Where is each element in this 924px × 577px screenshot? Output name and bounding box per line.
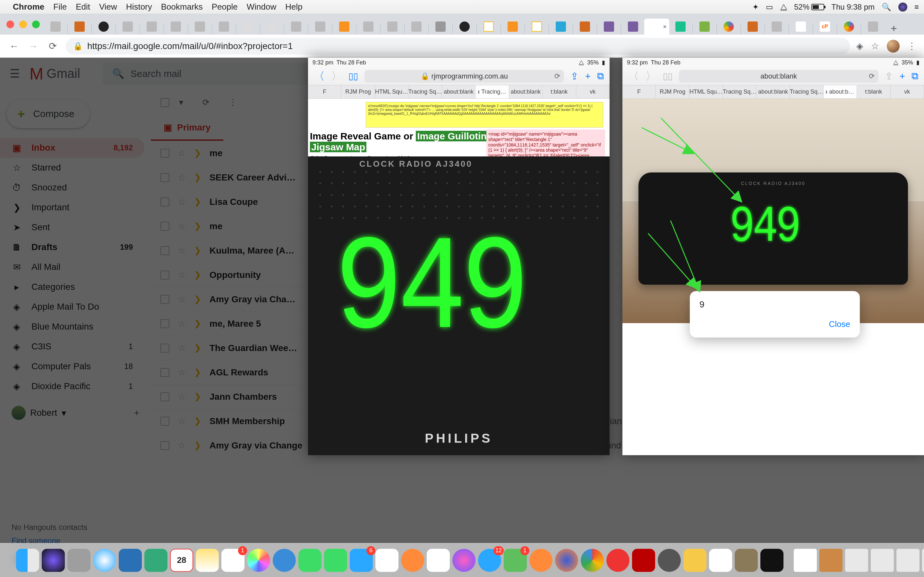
star-icon[interactable]: ☆ [178,172,186,183]
zoom-window-button[interactable] [32,21,40,28]
safari-tab[interactable]: Tracing Sq… [790,85,823,98]
bookmark-star-icon[interactable]: ☆ [871,41,879,51]
safari-tab[interactable]: about:blank [756,85,790,98]
row-checkbox[interactable] [160,441,170,450]
chrome-tab[interactable] [622,19,644,35]
important-icon[interactable]: ❯ [194,367,201,377]
dock-notes[interactable] [196,549,219,572]
safari-back-icon[interactable]: 〈 [314,69,325,84]
select-all-checkbox[interactable] [160,98,170,107]
dock-messages[interactable] [298,549,321,572]
star-icon[interactable]: ☆ [178,440,186,451]
tab-primary[interactable]: ▣ Primary [151,115,223,141]
menu-view[interactable]: View [99,2,117,12]
chrome-tab[interactable] [838,19,859,35]
chrome-tab[interactable] [165,19,186,35]
sidebar-item-drafts[interactable]: 🗎Drafts199 [0,237,144,257]
row-checkbox[interactable] [160,222,170,231]
dock-xcode[interactable] [119,549,142,572]
select-dropdown-icon[interactable]: ▾ [179,97,183,107]
spotlight-icon[interactable]: 🔍 [882,3,891,11]
minimize-window-button[interactable] [19,21,27,28]
dock-finder[interactable] [16,549,39,572]
safari-tab[interactable]: about:blank [442,85,475,98]
close-window-button[interactable] [6,21,14,28]
dock-preview[interactable] [144,549,168,572]
menu-people[interactable]: People [212,2,238,12]
more-icon[interactable]: ⋮ [229,97,237,107]
dock-doc[interactable] [845,549,868,572]
menubar-extra-icon[interactable]: ✦ [752,3,759,11]
safari-bookmarks-icon[interactable]: ▯▯ [663,71,672,81]
chrome-tab[interactable] [863,19,884,35]
chrome-tab[interactable] [502,19,523,35]
important-icon[interactable]: ❯ [194,416,201,426]
menu-help[interactable]: Help [285,2,302,12]
important-icon[interactable]: ❯ [194,392,201,402]
safari-tab[interactable]: about:b… [824,85,857,98]
important-icon[interactable]: ❯ [194,343,201,353]
dock-itunes[interactable] [452,549,475,572]
compose-button[interactable]: + Compose [6,99,90,128]
hangouts-self[interactable]: Robert ▾ + [0,400,151,426]
menu-window[interactable]: Window [247,2,276,12]
row-checkbox[interactable] [160,149,170,158]
safari-back-icon[interactable]: 〈 [628,69,639,84]
row-checkbox[interactable] [160,392,170,401]
chrome-tab[interactable] [718,19,739,35]
safari-tab[interactable]: F [622,85,656,98]
chrome-tab[interactable] [69,19,90,35]
dock-appstore[interactable]: 12 [478,549,501,572]
address-bar[interactable]: 🔒 https://mail.google.com/mail/u/0/#inbo… [65,38,850,55]
chrome-tab[interactable] [478,19,499,35]
chrome-menu-icon[interactable]: ⋮ [907,41,916,51]
important-icon[interactable]: ❯ [194,148,201,158]
chrome-tab[interactable] [550,19,572,35]
sidebar-item-starred[interactable]: ☆Starred [0,158,144,177]
app-name[interactable]: Chrome [13,2,44,12]
row-checkbox[interactable] [160,417,170,426]
chrome-tab[interactable] [406,19,427,35]
star-icon[interactable]: ☆ [178,294,186,305]
dock-books[interactable] [401,549,424,572]
chrome-tab[interactable] [694,19,715,35]
safari-tab[interactable]: t:blank [543,85,576,98]
sidebar-item-blue-mountains[interactable]: ◈Blue Mountains [0,317,144,337]
alert-close-button[interactable]: Close [699,319,850,329]
important-icon[interactable]: ❯ [194,172,201,182]
row-checkbox[interactable] [160,319,170,328]
dock-doc[interactable] [871,549,894,572]
star-icon[interactable]: ☆ [178,367,186,378]
chrome-tab[interactable] [189,19,210,35]
sidebar-item-computer-pals[interactable]: ◈Computer Pals18 [0,356,144,376]
dock-itunes-connect[interactable] [273,549,296,572]
sidebar-item-categories[interactable]: ▸Categories [0,277,144,297]
safari-tab[interactable]: HTML Squ… [690,85,723,98]
chrome-tab[interactable] [790,19,811,35]
chrome-tab[interactable] [262,19,283,35]
star-icon[interactable]: ☆ [178,245,186,256]
sidebar-item-important[interactable]: ❯Important [0,197,144,218]
menu-edit[interactable]: Edit [76,2,90,12]
dock-downloads[interactable] [922,549,924,572]
important-icon[interactable]: ❯ [194,440,201,450]
chrome-tab[interactable] [213,19,234,35]
chrome-tab[interactable] [526,19,548,35]
chrome-tab[interactable] [310,19,331,35]
dock-opera[interactable] [606,549,630,572]
row-checkbox[interactable] [160,368,170,377]
extension-icon[interactable]: ◈ [856,41,863,51]
safari-tab[interactable]: F [308,85,341,98]
chrome-tab-active[interactable]: × [644,19,669,35]
dock-terminal[interactable] [760,549,783,572]
dock-firefox[interactable] [555,549,578,572]
safari-bookmarks-icon[interactable]: ▯▯ [349,71,358,81]
safari-tab[interactable]: RJM Prog [656,85,689,98]
sidebar-item-dioxide-pacific[interactable]: ◈Dioxide Pacific1 [0,376,144,396]
dock-generic[interactable]: 1 [504,549,527,572]
profile-avatar[interactable] [887,40,900,53]
dock-reminders[interactable]: 1 [221,549,244,572]
gmail-logo[interactable]: M Gmail [29,64,80,83]
important-icon[interactable]: ❯ [194,221,201,231]
safari-tab[interactable]: t:blank [857,85,890,98]
